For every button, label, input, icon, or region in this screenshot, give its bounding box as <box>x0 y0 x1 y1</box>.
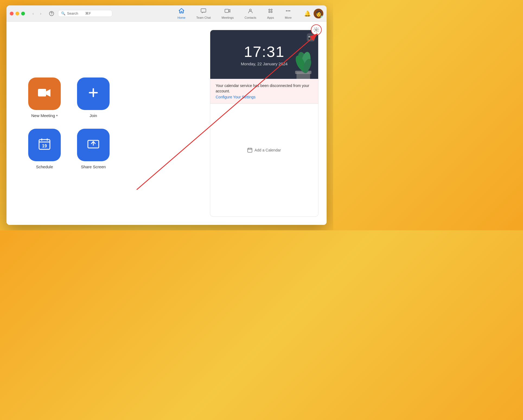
action-grid: New Meeting ▾ <box>28 77 110 169</box>
date-display: Monday, 22 January 2024 <box>241 62 288 66</box>
time-display: 17:31 <box>244 43 285 60</box>
tab-meetings-label: Meetings <box>222 16 234 19</box>
tab-home-label: Home <box>177 16 185 19</box>
left-panel: New Meeting ▾ <box>7 22 207 225</box>
nav-arrows: ‹ › <box>30 10 44 17</box>
schedule-label: Schedule <box>36 164 53 169</box>
settings-button[interactable] <box>311 24 322 35</box>
home-icon <box>178 8 184 15</box>
minimize-button[interactable] <box>15 12 19 15</box>
svg-rect-21 <box>248 148 252 152</box>
title-bar-right: 🔔 👩 <box>304 9 323 18</box>
svg-point-9 <box>288 10 289 11</box>
svg-point-4 <box>269 9 270 10</box>
add-calendar-label: Add a Calendar <box>254 148 281 152</box>
back-button[interactable]: ‹ <box>30 10 36 17</box>
nav-tabs: Home Team Chat <box>172 6 297 21</box>
tab-contacts[interactable]: Contacts <box>239 6 262 21</box>
join-button[interactable] <box>77 77 110 110</box>
calendar-header: 📷 17:31 Monday, 22 January 2024 <box>210 30 318 79</box>
close-button[interactable] <box>10 12 14 15</box>
share-screen-item: Share Screen <box>77 129 110 169</box>
help-icon[interactable] <box>48 10 55 17</box>
schedule-button[interactable]: 19 <box>28 129 61 161</box>
svg-point-22 <box>315 29 317 31</box>
online-status-badge <box>321 16 323 18</box>
share-screen-button[interactable] <box>77 129 110 161</box>
calendar-body: Add a Calendar <box>210 104 318 158</box>
share-icon <box>87 138 100 153</box>
tab-apps[interactable]: Apps <box>262 6 279 21</box>
svg-rect-11 <box>38 89 46 96</box>
share-screen-label: Share Screen <box>81 164 106 169</box>
new-meeting-item: New Meeting ▾ <box>28 77 61 118</box>
add-calendar-button[interactable]: Add a Calendar <box>247 148 281 153</box>
tab-contacts-label: Contacts <box>244 16 256 19</box>
svg-point-10 <box>289 10 290 11</box>
chat-icon <box>200 8 206 15</box>
svg-rect-2 <box>225 9 229 12</box>
more-icon <box>285 8 291 15</box>
tab-team-chat[interactable]: Team Chat <box>191 6 216 21</box>
svg-point-8 <box>286 10 287 11</box>
tab-apps-label: Apps <box>267 16 274 19</box>
action-row-1: New Meeting ▾ <box>28 77 110 118</box>
svg-point-6 <box>269 11 270 12</box>
video-icon <box>38 88 51 100</box>
calendar-alert: Your calendar service has been disconnec… <box>210 79 318 104</box>
search-icon: 🔍 <box>61 11 65 15</box>
right-panel: 📷 17:31 Monday, 22 January 2024 <box>207 22 327 225</box>
calendar-icon: 19 <box>38 138 51 153</box>
traffic-lights <box>10 12 25 15</box>
action-row-2: 19 Schedule <box>28 129 110 169</box>
search-bar[interactable]: 🔍 Search ⌘F <box>58 10 112 17</box>
tab-more[interactable]: More <box>279 6 297 21</box>
plus-icon <box>87 87 99 101</box>
search-shortcut: ⌘F <box>85 11 91 15</box>
maximize-button[interactable] <box>21 12 25 15</box>
main-content: New Meeting ▾ <box>7 22 327 225</box>
title-bar: ‹ › 🔍 Search ⌘F <box>7 5 327 22</box>
calendar-widget: 📷 17:31 Monday, 22 January 2024 <box>210 30 318 217</box>
svg-point-3 <box>250 9 251 11</box>
avatar[interactable]: 👩 <box>314 9 323 18</box>
tab-team-chat-label: Team Chat <box>196 16 211 19</box>
tab-meetings[interactable]: Meetings <box>216 6 239 21</box>
apps-icon <box>267 8 273 15</box>
new-meeting-button[interactable] <box>28 77 61 110</box>
plant-decoration <box>291 44 315 79</box>
tab-more-label: More <box>285 16 292 19</box>
meetings-icon <box>225 8 231 15</box>
settings-area <box>311 24 322 35</box>
schedule-item: 19 Schedule <box>28 129 61 169</box>
join-item: Join <box>77 77 110 118</box>
new-meeting-label: New Meeting ▾ <box>31 113 58 118</box>
join-label: Join <box>90 113 97 118</box>
forward-button[interactable]: › <box>37 10 44 17</box>
calendar-alert-text: Your calendar service has been disconnec… <box>216 83 309 93</box>
svg-rect-1 <box>201 9 206 12</box>
tab-home[interactable]: Home <box>172 6 191 21</box>
configure-settings-link[interactable]: Configure Your Settings <box>216 95 313 99</box>
svg-point-0 <box>51 14 52 15</box>
svg-point-5 <box>271 9 272 10</box>
contacts-icon <box>247 8 253 15</box>
svg-text:19: 19 <box>42 144 47 148</box>
search-placeholder: Search <box>67 11 78 15</box>
notifications-button[interactable]: 🔔 <box>304 10 311 17</box>
svg-point-7 <box>271 11 272 12</box>
chevron-down-icon: ▾ <box>56 114 58 117</box>
